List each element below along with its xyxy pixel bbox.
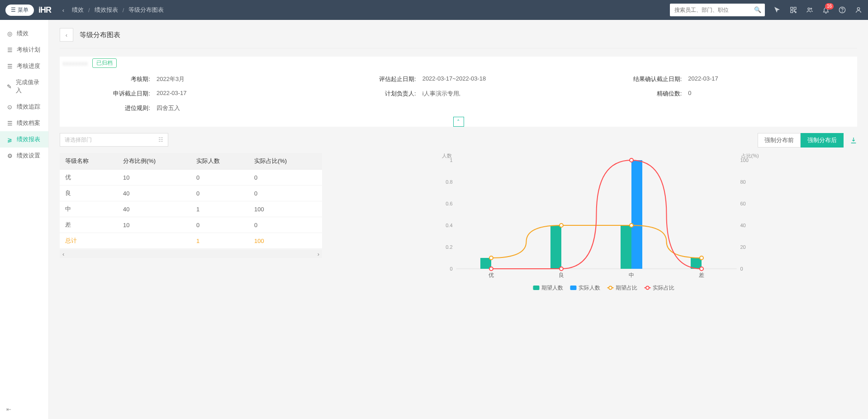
breadcrumb-sep: / (123, 7, 124, 14)
svg-rect-30 (550, 225, 561, 269)
contacts-icon[interactable] (806, 6, 814, 14)
table-cell: 总计 (60, 233, 118, 249)
table-header: 分布比例(%) (118, 153, 191, 170)
svg-rect-2 (791, 10, 793, 13)
svg-text:20: 20 (740, 244, 746, 250)
svg-point-6 (811, 8, 812, 10)
svg-point-9 (857, 8, 859, 10)
svg-rect-1 (794, 7, 796, 10)
table-cell: 0 (249, 217, 322, 233)
svg-text:60: 60 (740, 201, 746, 206)
svg-text:0.8: 0.8 (446, 179, 452, 185)
sidebar-item-0[interactable]: ◎绩效 (0, 25, 48, 42)
sidebar-collapse-icon[interactable]: ⇤ (6, 406, 11, 413)
table-cell: 1 (191, 233, 249, 249)
collapse-info-button[interactable]: ˄ (453, 117, 464, 127)
dist-after-button[interactable]: 强制分布后 (801, 133, 844, 148)
user-icon[interactable] (854, 6, 863, 14)
sidebar-item-2[interactable]: ☰考核进度 (0, 58, 48, 74)
sidebar-label: 绩效 (17, 29, 28, 38)
sidebar-label: 绩效追踪 (17, 103, 40, 111)
svg-point-40 (700, 256, 703, 260)
scroll-right-icon[interactable]: › (318, 251, 319, 257)
table-cell: 差 (60, 217, 118, 233)
svg-text:0.4: 0.4 (446, 223, 452, 228)
breadcrumb-item[interactable]: 绩效报表 (95, 6, 118, 14)
logo: iHR (38, 5, 51, 15)
org-tree-icon: ☷ (158, 137, 163, 143)
menu-button[interactable]: ☰ 菜单 (5, 5, 34, 16)
svg-point-8 (842, 12, 843, 12)
sidebar-icon: ☰ (6, 120, 13, 127)
sidebar-label: 完成值录入 (16, 78, 42, 95)
sidebar-item-7[interactable]: ⚙绩效设置 (0, 148, 48, 164)
info-label: 考核期: (60, 75, 150, 83)
sidebar-icon: ✎ (6, 83, 12, 90)
sidebar-icon: ⊙ (6, 104, 13, 110)
breadcrumb: ‹ 绩效 / 绩效报表 / 等级分布图表 (59, 6, 164, 14)
table-cell: 100 (249, 233, 322, 249)
sidebar-label: 绩效档案 (17, 119, 40, 127)
table-cell: 1 (191, 201, 249, 217)
help-icon[interactable] (838, 6, 846, 14)
back-button[interactable]: ‹ (60, 28, 73, 42)
svg-text:0.6: 0.6 (446, 201, 452, 206)
sidebar-icon: ☰ (6, 47, 13, 53)
download-icon[interactable] (850, 137, 857, 144)
svg-rect-29 (480, 258, 491, 269)
table-cell: 0 (249, 170, 322, 186)
sidebar-item-1[interactable]: ☰考核计划 (0, 42, 48, 58)
table-scrollbar[interactable]: ‹ › (60, 250, 322, 258)
table-cell: 40 (118, 201, 191, 217)
svg-rect-47 (570, 286, 577, 290)
qrcode-icon[interactable] (789, 6, 797, 14)
breadcrumb-item[interactable]: 绩效 (72, 6, 84, 14)
scroll-left-icon[interactable]: ‹ (62, 251, 64, 257)
svg-rect-31 (621, 225, 631, 269)
bell-icon[interactable]: 16 (822, 6, 830, 14)
notif-badge: 16 (825, 3, 834, 10)
menu-label: 菜单 (18, 6, 28, 14)
dept-select[interactable]: 请选择部门 ☷ (60, 133, 168, 147)
svg-text:0.2: 0.2 (446, 244, 452, 250)
info-label: 计划负责人: (326, 90, 416, 98)
table-header: 实际占比(%) (249, 153, 322, 170)
table-cell: 40 (118, 186, 191, 201)
breadcrumb-back-icon[interactable]: ‹ (59, 6, 67, 14)
table-cell: 0 (191, 186, 249, 201)
svg-rect-45 (533, 286, 540, 290)
svg-point-44 (700, 267, 703, 271)
table-cell: 0 (191, 170, 249, 186)
search-input[interactable] (670, 4, 765, 16)
sidebar-label: 绩效设置 (17, 152, 40, 160)
table-row: 差1000 (60, 217, 322, 233)
info-value: 2022年3月 (157, 75, 185, 83)
sidebar-item-3[interactable]: ✎完成值录入 (0, 74, 48, 99)
search-icon[interactable]: 🔍 (754, 6, 761, 13)
chart: 人数占比(%)00.20.40.60.81020406080100优良中差期望人… (336, 151, 857, 296)
svg-rect-35 (631, 160, 642, 269)
sidebar-label: 考核进度 (17, 62, 40, 70)
svg-point-38 (560, 224, 563, 227)
svg-point-41 (489, 267, 493, 271)
table-header: 实际人数 (191, 153, 249, 170)
sidebar-item-4[interactable]: ⊙绩效追踪 (0, 99, 48, 115)
dept-placeholder: 请选择部门 (65, 136, 92, 144)
info-value: 0 (688, 90, 691, 98)
table-cell: 中 (60, 201, 118, 217)
svg-point-42 (560, 267, 563, 271)
svg-text:期望占比: 期望占比 (616, 285, 637, 291)
main: ‹ 等级分布图表 xxxxxxxx 已归档 考核期:2022年3月 评估起止日期… (49, 20, 868, 419)
svg-text:期望人数: 期望人数 (541, 285, 563, 291)
sidebar-item-5[interactable]: ☰绩效档案 (0, 115, 48, 131)
breadcrumb-sep: / (88, 7, 90, 14)
dist-before-button[interactable]: 强制分布前 (758, 133, 801, 148)
sidebar-item-6[interactable]: ⫺绩效报表 (0, 131, 48, 148)
status-badge: 已归档 (92, 58, 117, 68)
svg-text:实际占比: 实际占比 (653, 285, 674, 291)
svg-text:优: 优 (489, 272, 494, 278)
table-cell: 优 (60, 170, 118, 186)
svg-text:80: 80 (740, 179, 746, 185)
breadcrumb-item[interactable]: 等级分布图表 (128, 6, 164, 14)
cursor-icon[interactable] (773, 6, 781, 14)
